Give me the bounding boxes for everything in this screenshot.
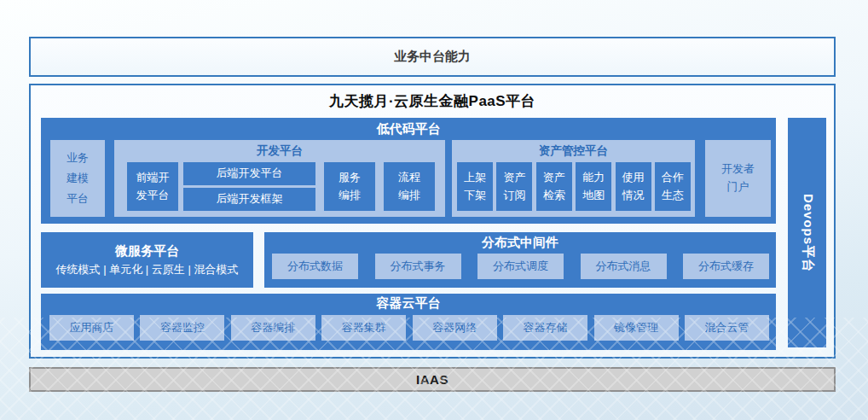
asset-platform-title: 资产管控平台 bbox=[452, 140, 695, 159]
backend-framework-box: 后端开发框架 bbox=[183, 188, 315, 211]
service-orchestration-box: 服务编排 bbox=[324, 162, 375, 211]
developer-portal-label: 开发者门户 bbox=[720, 160, 757, 196]
hybrid-cloud-mgmt-box: 混合云管 bbox=[685, 315, 769, 341]
asset-listing-box: 上架下架 bbox=[457, 162, 493, 211]
developer-portal-box: 开发者门户 bbox=[705, 140, 771, 217]
asset-platform-row: 上架下架 资产订阅 资产检索 能力地图 使用情况 bbox=[457, 162, 691, 211]
usage-status-label: 使用情况 bbox=[621, 169, 646, 205]
business-midplatform-label: 业务中台能力 bbox=[394, 49, 471, 65]
dev-platform-row: 前端开发平台 后端开发平台 后端开发框架 服务编排 bbox=[127, 162, 435, 211]
distributed-transaction-box: 分布式事务 bbox=[375, 254, 461, 279]
lowcode-platform-title: 低代码平台 bbox=[41, 118, 776, 137]
business-midplatform-banner: 业务中台能力 bbox=[29, 37, 836, 77]
paas-platform-title: 九天揽月·云原生金融PaaS平台 bbox=[31, 91, 834, 111]
backend-platform-label: 后端开发平台 bbox=[217, 165, 283, 183]
asset-subscription-box: 资产订阅 bbox=[496, 162, 532, 211]
container-storage-box: 容器存储 bbox=[503, 315, 587, 341]
backend-dev-stack: 后端开发平台 后端开发框架 bbox=[183, 162, 315, 211]
cooperation-ecosystem-label: 合作生态 bbox=[660, 169, 686, 205]
app-store-box: 应用商店 bbox=[49, 315, 134, 341]
asset-platform-group: 资产管控平台 上架下架 资产订阅 资产检索 能力地图 bbox=[452, 140, 695, 217]
asset-subscription-label: 资产订阅 bbox=[501, 169, 527, 205]
usage-status-box: 使用情况 bbox=[616, 162, 651, 211]
dev-platform-group: 开发平台 前端开发平台 后端开发平台 后端开发框架 bbox=[114, 140, 445, 217]
asset-search-label: 资产检索 bbox=[541, 169, 567, 205]
capability-map-box: 能力地图 bbox=[576, 162, 611, 211]
distributed-cache-box: 分布式缓存 bbox=[683, 254, 769, 279]
dev-platform-title: 开发平台 bbox=[114, 140, 445, 159]
distributed-scheduling-box: 分布式调度 bbox=[477, 254, 564, 279]
iaas-bar: IAAS bbox=[29, 367, 836, 392]
container-orchestration-box: 容器编排 bbox=[231, 315, 315, 341]
container-platform-row: 应用商店 容器监控 容器编排 容器集群 容器网络 容器存储 镜像管理 混合云管 bbox=[49, 315, 769, 341]
business-modeling-label: 业务建模平台 bbox=[65, 148, 90, 209]
devops-platform-bar: Devops平台 bbox=[788, 118, 826, 347]
cooperation-ecosystem-box: 合作生态 bbox=[655, 162, 691, 211]
container-monitoring-box: 容器监控 bbox=[140, 315, 224, 341]
backend-platform-box: 后端开发平台 bbox=[183, 162, 315, 185]
microservice-platform-section: 微服务平台 传统模式 | 单元化 | 云原生 | 混合模式 bbox=[41, 232, 253, 288]
asset-listing-label: 上架下架 bbox=[462, 169, 488, 205]
distributed-message-box: 分布式消息 bbox=[581, 254, 667, 279]
microservice-platform-title: 微服务平台 bbox=[115, 243, 179, 260]
container-platform-title: 容器云平台 bbox=[41, 294, 776, 312]
service-orchestration-label: 服务编排 bbox=[337, 169, 362, 205]
frontend-dev-label: 前端开发平台 bbox=[135, 169, 171, 205]
business-modeling-box: 业务建模平台 bbox=[50, 140, 105, 217]
capability-map-label: 能力地图 bbox=[581, 169, 606, 205]
image-management-box: 镜像管理 bbox=[594, 315, 679, 341]
asset-search-box: 资产检索 bbox=[536, 162, 572, 211]
middleware-title: 分布式中间件 bbox=[264, 232, 776, 251]
process-orchestration-label: 流程编排 bbox=[396, 169, 422, 205]
page-background: 业务中台能力 九天揽月·云原生金融PaaS平台 低代码平台 业务建模平台 开发平… bbox=[0, 0, 868, 420]
paas-platform-panel: 九天揽月·云原生金融PaaS平台 低代码平台 业务建模平台 开发平台 前端开发平… bbox=[29, 84, 836, 359]
container-cluster-box: 容器集群 bbox=[321, 315, 406, 341]
container-platform-section: 容器云平台 应用商店 容器监控 容器编排 容器集群 容器网络 容器存储 镜像管理… bbox=[41, 294, 776, 350]
backend-framework-label: 后端开发框架 bbox=[217, 190, 283, 208]
devops-platform-label: Devops平台 bbox=[799, 193, 815, 271]
lowcode-platform-section: 低代码平台 业务建模平台 开发平台 前端开发平台 后端开发平台 bbox=[41, 118, 776, 224]
lowcode-content-row: 业务建模平台 开发平台 前端开发平台 后端开发平台 后端开发 bbox=[50, 140, 771, 217]
process-orchestration-box: 流程编排 bbox=[384, 162, 435, 211]
iaas-label: IAAS bbox=[416, 372, 448, 387]
middleware-section: 分布式中间件 分布式数据 分布式事务 分布式调度 分布式消息 分布式缓存 bbox=[264, 232, 776, 288]
middleware-row: 分布式数据 分布式事务 分布式调度 分布式消息 分布式缓存 bbox=[272, 254, 769, 279]
frontend-dev-box: 前端开发平台 bbox=[127, 162, 178, 211]
container-network-box: 容器网络 bbox=[413, 315, 497, 341]
distributed-data-box: 分布式数据 bbox=[272, 254, 358, 279]
microservice-modes-label: 传统模式 | 单元化 | 云原生 | 混合模式 bbox=[56, 262, 239, 277]
